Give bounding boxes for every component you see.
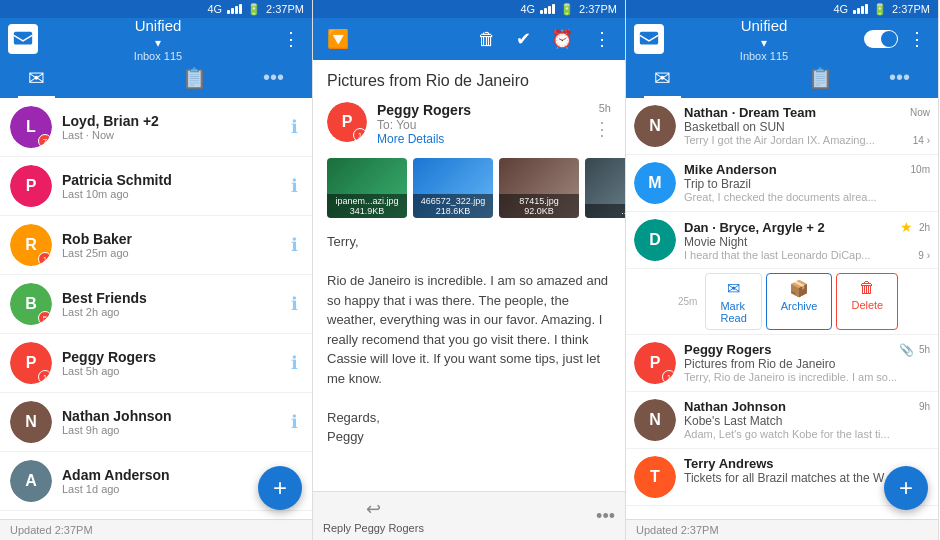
battery-icon-3: 🔋 [873,3,887,16]
email-content: Pictures from Rio de Janeiro P 1 Peggy R… [313,60,625,491]
conv-content: Patricia Schmitd Last 10m ago [62,172,287,200]
message-item[interactable]: P 1 Peggy Rogers 📎 5h Pictures from Rio … [626,335,938,392]
info-icon[interactable]: ℹ [287,171,302,201]
time-label-2: 2:37PM [579,3,617,15]
avatar: D [634,219,676,261]
toggle-switch[interactable] [864,30,898,48]
msg-time: Now [910,107,930,118]
back-icon[interactable]: 🔽 [321,24,355,54]
tab-tasks-3[interactable]: 📋 [798,64,843,92]
conv-content: Rob Baker Last 25m ago [62,231,287,259]
more-icon-email[interactable]: ⋮ [587,24,617,54]
email-options-icon[interactable]: ⋮ [593,118,611,140]
msg-preview: Terry, Rio de Janeiro is incredible. I a… [684,371,930,383]
attachment-thumb[interactable]: ... [585,158,625,218]
network-label-2: 4G [520,3,535,15]
star-icon[interactable]: ★ [900,219,913,235]
archive-button[interactable]: 📦 Archive [766,273,833,330]
time-label-3: 2:37PM [892,3,930,15]
email-body: Terry, Rio de Janeiro is incredible. I a… [313,224,625,455]
signal-icon-3 [853,4,868,14]
check-icon[interactable]: ✔ [510,24,537,54]
conv-time: Last 25m ago [62,247,287,259]
chevron-down-icon-3[interactable]: ▾ [761,36,767,50]
tab-more[interactable]: ••• [253,64,294,92]
network-label: 4G [207,3,222,15]
compose-fab-3[interactable]: + [884,466,928,510]
nav-tabs-1: ✉ 👤 📋 ••• [0,60,312,98]
list-item[interactable]: B 5 Best Friends Last 2h ago ℹ [0,275,312,334]
message-item[interactable]: N Nathan · Dream Team Now Basketball on … [626,98,938,155]
panel-footer-3: Updated 2:37PM [626,519,938,540]
info-icon[interactable]: ℹ [287,289,302,319]
email-reply-more-icon[interactable]: ••• [596,506,615,527]
tab-inbox[interactable]: ✉ [18,64,55,92]
message-list: N Nathan · Dream Team Now Basketball on … [626,98,938,519]
avatar: N [634,399,676,441]
panel-conversations: 4G 🔋 2:37PM Unified ▾ Inbox 115 ⋮ ✉ 👤 📋 … [0,0,313,540]
tab-contacts-3[interactable]: 👤 [717,64,762,92]
info-icon[interactable]: ℹ [287,230,302,260]
message-item[interactable]: M Mike Anderson 10m Trip to Brazil Great… [626,155,938,212]
attachment-label: ... [585,204,625,218]
tab-contacts[interactable]: 👤 [91,64,136,92]
tab-inbox-3[interactable]: ✉ [644,64,681,92]
list-item[interactable]: P Patricia Schmitd Last 10m ago ℹ [0,157,312,216]
app-logo-3 [634,24,664,54]
avatar: A [10,460,52,502]
list-item[interactable]: R 1 Rob Baker Last 25m ago ℹ [0,216,312,275]
mark-read-button[interactable]: ✉ MarkRead [705,273,761,330]
clock-icon[interactable]: ⏰ [545,24,579,54]
compose-fab-1[interactable]: + [258,466,302,510]
info-icon[interactable]: ℹ [287,112,302,142]
avatar: N [634,105,676,147]
msg-preview: I heard that the last Leonardo DiCap... [684,249,914,261]
app-bar-1: Unified ▾ Inbox 115 ⋮ [0,18,312,60]
list-item[interactable]: P 1 Peggy Rogers Last 5h ago ℹ [0,334,312,393]
message-item[interactable]: N Nathan Johnson 9h Kobe's Last Match Ad… [626,392,938,449]
tab-tasks[interactable]: 📋 [172,64,217,92]
more-options-icon-3[interactable]: ⋮ [904,24,930,54]
conv-time: Last 10m ago [62,188,287,200]
list-item[interactable]: L 7 Loyd, Brian +2 Last · Now ℹ [0,98,312,157]
delete-icon[interactable]: 🗑 [472,25,502,54]
status-bar-1: 4G 🔋 2:37PM [0,0,312,18]
conv-time: Last · Now [62,129,287,141]
status-bar-3: 4G 🔋 2:37PM [626,0,938,18]
msg-content: Dan · Bryce, Argyle + 2 ★ 2h Movie Night… [684,219,930,261]
conv-name: Best Friends [62,290,287,306]
attachment-label: 87415.jpg92.0KB [499,194,579,218]
avatar: P [10,165,52,207]
sender-name: Peggy Rogers [377,102,583,118]
unread-badge: 1 [662,370,676,384]
message-item[interactable]: D Dan · Bryce, Argyle + 2 ★ 2h Movie Nig… [626,212,938,269]
title-area-1: Unified ▾ Inbox 115 [44,17,272,62]
chevron-down-icon-1[interactable]: ▾ [155,36,161,50]
mark-icon: ✉ [727,279,740,298]
attachment-thumb[interactable]: 466572_322.jpg218.6KB [413,158,493,218]
conv-time: Last 1d ago [62,483,287,495]
delete-button[interactable]: 🗑 Delete [836,273,898,330]
more-details-link[interactable]: More Details [377,132,583,146]
attachment-thumb[interactable]: ipanem...azi.jpg341.9KB [327,158,407,218]
avatar: R 1 [10,224,52,266]
msg-time: 5h [919,344,930,355]
conv-content: Adam Anderson Last 1d ago [62,467,287,495]
avatar: P 1 [634,342,676,384]
conv-name: Loyd, Brian +2 [62,113,287,129]
list-item[interactable]: N Nathan Johnson Last 9h ago ℹ [0,393,312,452]
tab-more-3[interactable]: ••• [879,64,920,92]
msg-subject: Pictures from Rio de Janeiro [684,357,930,371]
info-icon[interactable]: ℹ [287,407,302,437]
app-logo-1 [8,24,38,54]
conv-time: Last 9h ago [62,424,287,436]
unread-badge: 7 [38,134,52,148]
conv-name: Rob Baker [62,231,287,247]
msg-name: Nathan · Dream Team [684,105,816,120]
reply-button[interactable]: ↩ Reply Peggy Rogers [323,498,424,534]
attachment-thumb[interactable]: 87415.jpg92.0KB [499,158,579,218]
info-icon[interactable]: ℹ [287,348,302,378]
status-bar-2: 4G 🔋 2:37PM [313,0,625,18]
more-options-icon-1[interactable]: ⋮ [278,24,304,54]
attachment-icon: 📎 [899,343,914,357]
